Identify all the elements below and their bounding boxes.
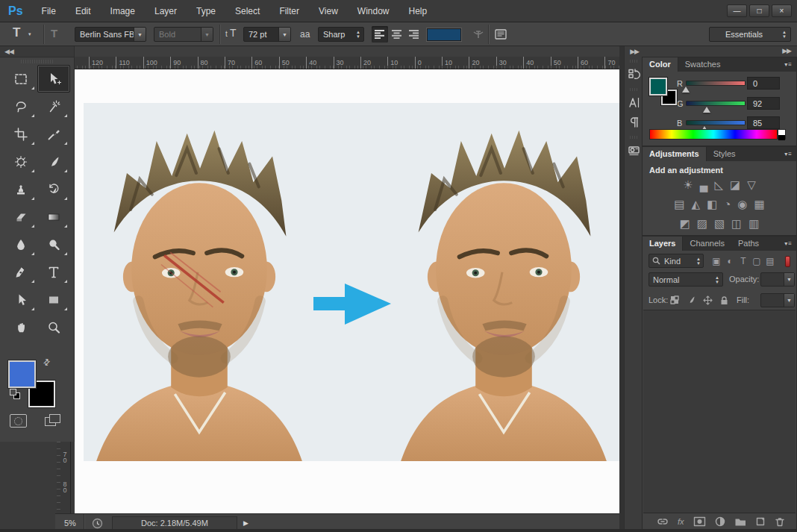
blend-mode-select[interactable]: Normal ▲▼: [648, 272, 723, 287]
paragraph-panel-icon[interactable]: [625, 112, 643, 131]
adjustment-icon[interactable]: ▽: [747, 178, 756, 191]
layer-filter-icon[interactable]: ◐: [723, 254, 737, 268]
quick-mask-mode-button[interactable]: [10, 414, 27, 428]
spectrum-white-black-swatches[interactable]: [778, 129, 786, 140]
layer-filter-icon[interactable]: ▤: [763, 254, 777, 268]
red-slider-thumb[interactable]: [682, 87, 690, 93]
adjustment-icon[interactable]: ▦: [754, 198, 764, 210]
menu-item[interactable]: Help: [399, 0, 437, 22]
eyedropper-tool[interactable]: [37, 120, 70, 148]
font-size-dropdown-icon[interactable]: ▼: [278, 28, 290, 41]
path-selection-tool[interactable]: [4, 286, 37, 313]
font-family-dropdown-icon[interactable]: ▼: [134, 28, 146, 41]
adjustment-icon[interactable]: ◧: [707, 198, 717, 210]
magic-wand-tool[interactable]: [37, 93, 70, 120]
default-colors-icon[interactable]: [10, 389, 22, 401]
clone-stamp-tool[interactable]: [4, 175, 37, 203]
blue-slider-track[interactable]: [686, 120, 746, 125]
tab-swatches[interactable]: Swatches: [678, 57, 728, 72]
menu-item[interactable]: Filter: [269, 0, 309, 22]
document-size-status[interactable]: Doc: 2.18M/5.49M: [112, 516, 237, 531]
adjustment-icon[interactable]: ◩: [680, 217, 690, 230]
font-size-select[interactable]: 72 pt ▼: [243, 27, 291, 42]
menu-item[interactable]: Window: [348, 0, 399, 22]
tool-preset-dropdown-icon[interactable]: ▾: [28, 31, 31, 37]
tab-paths[interactable]: Paths: [731, 237, 766, 251]
opacity-dropdown-icon[interactable]: ▼: [784, 273, 794, 286]
screen-mode-button[interactable]: [45, 414, 63, 428]
add-layer-mask-icon[interactable]: [693, 516, 706, 527]
menu-item[interactable]: Image: [101, 0, 145, 22]
tools-collapse-icon[interactable]: ◀◀: [0, 46, 74, 57]
hand-tool[interactable]: [4, 313, 37, 341]
adjustment-icon[interactable]: ◭: [692, 198, 701, 210]
new-adjustment-layer-icon[interactable]: [715, 516, 725, 527]
tab-adjustments[interactable]: Adjustments: [643, 147, 707, 161]
new-group-icon[interactable]: [734, 516, 746, 527]
panels-collapse-icon[interactable]: ▶▶: [642, 46, 797, 57]
mini-bridge-panel-icon[interactable]: [625, 140, 643, 160]
workspace-select[interactable]: Essentials ▲▼: [709, 27, 791, 42]
rectangular-marquee-tool[interactable]: [4, 65, 37, 93]
lock-all-icon[interactable]: [719, 295, 730, 306]
menu-item[interactable]: File: [32, 0, 66, 22]
layer-filter-toggle[interactable]: [785, 256, 790, 267]
menu-item[interactable]: View: [309, 0, 348, 22]
vertical-ruler[interactable]: 70 80: [57, 442, 71, 513]
green-slider-track[interactable]: [686, 101, 746, 106]
toggle-panels-icon[interactable]: [493, 26, 509, 43]
lock-transparency-icon[interactable]: [669, 295, 681, 306]
align-center-button[interactable]: [389, 26, 405, 43]
character-panel-icon[interactable]: [625, 93, 643, 112]
horizontal-ruler[interactable]: 1201101009080706050403020100102030405060…: [75, 57, 619, 69]
status-menu-arrow-icon[interactable]: ▶: [243, 519, 249, 527]
layers-panel-menu-icon[interactable]: ▾≡: [780, 237, 796, 251]
layer-filter-icon[interactable]: ▣: [710, 254, 723, 268]
anti-alias-select[interactable]: Sharp ▲▼: [318, 27, 364, 42]
lasso-tool[interactable]: [4, 93, 37, 120]
adjustments-panel-menu-icon[interactable]: ▾≡: [780, 147, 796, 161]
zoom-tool[interactable]: [37, 313, 70, 341]
rectangle-shape-tool[interactable]: [37, 286, 70, 313]
type-tool[interactable]: [37, 258, 70, 286]
color-spectrum-ramp[interactable]: [649, 129, 778, 140]
layer-style-icon[interactable]: fx: [678, 517, 684, 526]
tab-channels[interactable]: Channels: [683, 237, 731, 251]
minimize-button[interactable]: —: [727, 4, 747, 17]
fill-dropdown-icon[interactable]: ▼: [784, 294, 794, 307]
adjustment-icon[interactable]: ◔: [724, 198, 731, 210]
layers-list-area[interactable]: [643, 310, 796, 515]
font-family-select[interactable]: Berlin Sans FB D... ▼: [75, 27, 146, 42]
pen-tool[interactable]: [4, 258, 37, 286]
adjustment-icon[interactable]: ☀: [683, 178, 693, 191]
panel-foreground-swatch[interactable]: [649, 78, 667, 96]
layer-filter-kind-select[interactable]: Kind ▲▼: [648, 254, 704, 268]
dodge-tool[interactable]: [37, 231, 70, 258]
history-panel-icon[interactable]: [625, 64, 643, 84]
layer-filter-icon[interactable]: ▢: [750, 254, 763, 268]
foreground-color-swatch[interactable]: [8, 360, 36, 388]
opacity-field[interactable]: ▼: [760, 272, 795, 287]
lock-position-icon[interactable]: [702, 295, 713, 306]
blue-value-field[interactable]: 85: [747, 116, 780, 129]
menu-item[interactable]: Select: [225, 0, 269, 22]
menu-item[interactable]: Edit: [66, 0, 101, 22]
spot-healing-brush-tool[interactable]: [4, 148, 37, 175]
green-slider-thumb[interactable]: [703, 107, 710, 113]
adjustment-icon[interactable]: ▥: [748, 217, 759, 230]
anti-alias-spinner-icon[interactable]: ▲▼: [353, 28, 363, 41]
document-canvas[interactable]: [75, 69, 619, 513]
tab-layers[interactable]: Layers: [643, 237, 683, 251]
type-tool-preset-icon[interactable]: T: [13, 25, 20, 40]
color-panel-menu-icon[interactable]: ▾≡: [780, 57, 796, 72]
lock-pixels-icon[interactable]: [686, 295, 697, 306]
adjustment-icon[interactable]: ▧: [714, 217, 725, 230]
menu-item[interactable]: Layer: [145, 0, 187, 22]
green-value-field[interactable]: 92: [747, 97, 780, 110]
adjustment-icon[interactable]: ▨: [697, 217, 707, 230]
text-color-swatch[interactable]: [427, 28, 461, 41]
blur-tool[interactable]: [4, 231, 37, 258]
align-left-button[interactable]: [372, 26, 388, 43]
brush-tool[interactable]: [37, 148, 70, 175]
link-layers-icon[interactable]: [657, 516, 669, 527]
